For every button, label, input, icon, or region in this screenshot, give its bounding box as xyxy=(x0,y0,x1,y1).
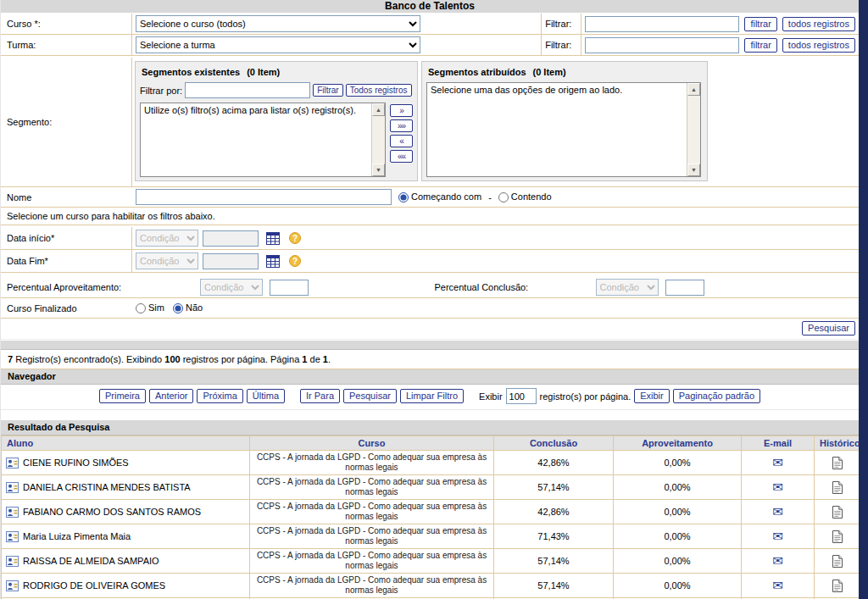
aluno-cell: RODRIGO DE OLIVEIRA GOMES xyxy=(2,574,250,598)
segmentos-atribuidos-title-text: Segmentos atribuídos xyxy=(428,67,526,77)
aluno-name[interactable]: FABIANO CARMO DOS SANTOS RAMOS xyxy=(23,507,201,517)
contendo-radio[interactable] xyxy=(498,192,509,202)
nome-input[interactable] xyxy=(136,189,392,205)
aproveitamento-condicao-select[interactable]: Condição xyxy=(200,279,263,296)
mail-icon[interactable]: ✉ xyxy=(772,504,783,519)
aluno-name[interactable]: DANIELA CRISTINA MENDES BATISTA xyxy=(23,482,191,492)
atribuidos-scrollbar[interactable]: ▲ ▼ xyxy=(687,83,700,176)
conclusao-cell: 42,86% xyxy=(494,500,614,524)
header-aproveitamento[interactable]: Aproveitamento xyxy=(614,436,742,451)
comecando-com-option[interactable]: Começando com xyxy=(398,191,481,202)
calendar-icon[interactable] xyxy=(266,232,280,245)
nome-row: Nome Começando com - Contendo xyxy=(1,187,859,208)
segmentos-atribuidos-count: (0 Item) xyxy=(533,67,566,77)
move-all-left-button[interactable]: «« xyxy=(390,150,413,163)
pagination-row: Primeira Anterior Próxima Última Ir Para… xyxy=(1,385,859,410)
turma-select[interactable]: Selecione a turma xyxy=(136,36,420,53)
document-icon[interactable] xyxy=(832,580,843,592)
per-page-suffix: registro(s) por página. xyxy=(540,391,632,402)
percentual-conclusao-group: Percentual Conclusão: Condição xyxy=(429,279,860,296)
aluno-name[interactable]: Maria Luiza Pimenta Maia xyxy=(23,531,131,541)
scroll-up-icon[interactable]: ▲ xyxy=(687,83,700,96)
existentes-scrollbar[interactable]: ▲ ▼ xyxy=(371,103,385,176)
data-fim-input[interactable] xyxy=(203,253,259,269)
curso-label: Curso *: xyxy=(1,14,132,34)
segmentos-existentes-listbox[interactable]: Utilize o(s) filtro(s) acima para listar… xyxy=(140,103,386,177)
pesquisar-button[interactable]: Pesquisar xyxy=(802,321,855,336)
document-icon[interactable] xyxy=(832,555,843,568)
segmento-filter-input[interactable] xyxy=(185,82,310,98)
conclusao-condicao-select[interactable]: Condição xyxy=(596,279,659,296)
header-conclusao[interactable]: Conclusão xyxy=(494,436,614,451)
per-page-input[interactable] xyxy=(506,388,537,404)
scroll-up-icon[interactable]: ▲ xyxy=(372,103,385,116)
move-left-button[interactable]: « xyxy=(390,135,413,147)
document-icon[interactable] xyxy=(832,506,843,519)
mail-icon[interactable]: ✉ xyxy=(772,480,783,494)
sim-radio[interactable] xyxy=(136,303,146,313)
mail-icon[interactable]: ✉ xyxy=(772,529,783,543)
move-all-right-button[interactable]: »» xyxy=(390,119,413,132)
primeira-button[interactable]: Primeira xyxy=(99,389,146,403)
exibir-label: Exibir xyxy=(479,391,503,402)
aluno-name[interactable]: RODRIGO DE OLIVEIRA GOMES xyxy=(23,580,165,591)
mail-icon[interactable]: ✉ xyxy=(772,578,783,592)
header-curso[interactable]: Curso xyxy=(250,436,494,451)
document-icon[interactable] xyxy=(832,530,843,543)
filtrar-por-label: Filtrar por: xyxy=(140,86,182,96)
contendo-option[interactable]: Contendo xyxy=(498,191,552,202)
calendar-icon[interactable] xyxy=(266,255,280,268)
limpar-filtro-button[interactable]: Limpar Filtro xyxy=(400,389,464,403)
exibir-button[interactable]: Exibir xyxy=(634,389,670,403)
curso-filter-input[interactable] xyxy=(585,16,739,32)
segmentos-atribuidos-listbox[interactable]: Selecione uma das opções de origem ao la… xyxy=(426,82,701,177)
document-icon[interactable] xyxy=(832,481,843,494)
turma-todos-registros-button[interactable]: todos registros xyxy=(782,38,855,53)
curso-todos-registros-button[interactable]: todos registros xyxy=(782,17,855,31)
curso-cell: CCPS - A jornada da LGPD - Como adequar … xyxy=(250,574,494,598)
scroll-down-icon[interactable]: ▼ xyxy=(687,164,700,176)
scroll-down-icon[interactable]: ▼ xyxy=(372,164,385,176)
nav-pesquisar-button[interactable]: Pesquisar xyxy=(343,389,397,403)
ultima-button[interactable]: Última xyxy=(247,389,285,403)
mail-icon[interactable]: ✉ xyxy=(772,455,783,469)
move-right-button[interactable]: » xyxy=(390,104,413,117)
segmento-filtrar-button[interactable]: Filtrar xyxy=(313,84,343,97)
results-body: CIENE RUFINO SIMÕES CCPS - A jornada da … xyxy=(2,451,860,599)
ir-para-button[interactable]: Ir Para xyxy=(300,389,340,403)
turma-filter-cell: filtrar todos registros xyxy=(581,35,859,55)
historico-cell xyxy=(815,549,860,574)
data-inicio-condicao-select[interactable]: Condição xyxy=(136,230,198,247)
header-aluno[interactable]: Aluno xyxy=(2,436,250,451)
mail-icon[interactable]: ✉ xyxy=(772,553,783,568)
turma-filtrar-button[interactable]: filtrar xyxy=(744,38,776,53)
user-icon xyxy=(6,580,19,592)
nao-option[interactable]: Não xyxy=(173,302,203,313)
help-icon[interactable]: ? xyxy=(289,255,301,267)
data-fim-condicao-select[interactable]: Condição xyxy=(136,252,198,269)
proxima-button[interactable]: Próxima xyxy=(197,389,242,403)
data-inicio-label: Data início* xyxy=(1,227,132,249)
aluno-cell: RAISSA DE ALMEIDA SAMPAIO xyxy=(2,549,250,574)
paginacao-padrao-button[interactable]: Paginação padrão xyxy=(673,389,760,403)
document-icon[interactable] xyxy=(832,457,843,469)
aluno-name[interactable]: CIENE RUFINO SIMÕES xyxy=(23,458,129,468)
turma-filter-input[interactable] xyxy=(585,37,739,53)
data-fim-cell: Condição ? xyxy=(132,251,304,271)
aluno-name[interactable]: RAISSA DE ALMEIDA SAMPAIO xyxy=(23,556,159,566)
aproveitamento-input[interactable] xyxy=(270,280,309,296)
conclusao-cell: 71,43% xyxy=(494,524,614,549)
curso-select[interactable]: Selecione o curso (todos) xyxy=(136,15,420,32)
segmento-todos-registros-button[interactable]: Todos registros xyxy=(346,84,412,97)
anterior-button[interactable]: Anterior xyxy=(149,389,194,403)
conclusao-input[interactable] xyxy=(665,280,704,296)
comecando-com-radio[interactable] xyxy=(398,192,409,202)
help-icon[interactable]: ? xyxy=(289,232,301,244)
email-cell: ✉ xyxy=(742,549,815,574)
curso-filtrar-button[interactable]: filtrar xyxy=(744,17,776,31)
summary-text-2: registros por página. Página xyxy=(181,354,303,364)
nao-radio[interactable] xyxy=(173,303,183,313)
sim-option[interactable]: Sim xyxy=(136,302,164,313)
data-inicio-input[interactable] xyxy=(203,230,259,247)
curso-finalizado-row: Curso Finalizado Sim Não xyxy=(1,298,859,319)
